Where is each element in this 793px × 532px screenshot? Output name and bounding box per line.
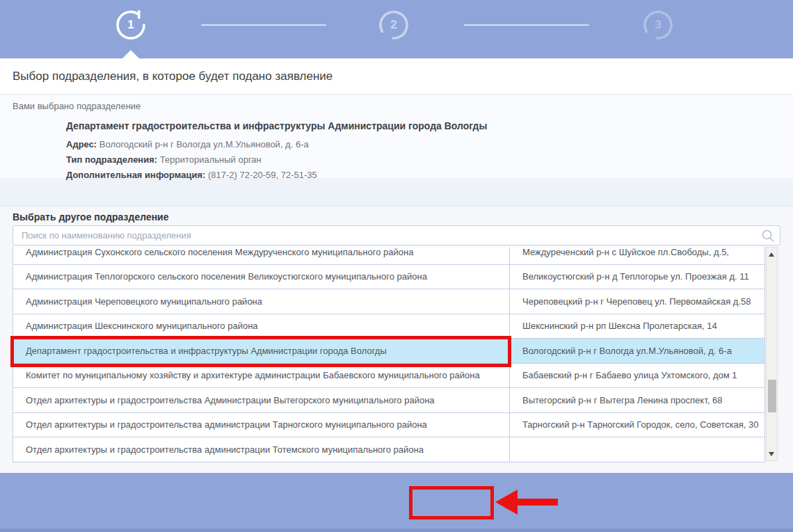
selected-intro-label: Вами выбрано подразделение	[13, 101, 141, 111]
title-band: Выбор подразделения, в которое будет под…	[0, 58, 793, 95]
subdivision-address-cell: Череповецкий р-н г Череповец ул. Первома…	[510, 289, 764, 314]
selected-address-line: Адрес: Вологодский р-н г Вологда ул.М.Ул…	[66, 139, 309, 150]
subdivision-row[interactable]: Комитет по муниципальному хозяйству и ар…	[13, 364, 764, 389]
magnifier-icon	[761, 229, 775, 243]
subdivision-address-cell: Великоустюгский р-н д Теплогорье ул. Про…	[510, 265, 764, 289]
scroll-down-button[interactable]	[767, 449, 777, 459]
type-value: Территориальный орган	[160, 154, 262, 165]
subdivision-address-cell: Бабаевский р-н г Бабаево улица Ухтомског…	[510, 364, 764, 388]
subdivision-name-cell: Комитет по муниципальному хозяйству и ар…	[13, 364, 510, 388]
address-value: Вологодский р-н г Вологда ул.М.Ульяновой…	[99, 139, 309, 150]
subdivision-address-cell: Тарногский р-н Тарногский Городок, село,…	[510, 413, 764, 437]
step-connector-line	[464, 24, 589, 26]
step-indicator-3: 3	[642, 9, 674, 41]
choose-other-subdivision-heading: Выбрать другое подразделение	[13, 211, 169, 223]
subdivision-row[interactable]: Отдел архитектуры и градостроительства А…	[13, 388, 764, 413]
subdivision-name-cell: Администрация Череповецкого муниципально…	[13, 289, 510, 314]
subdivision-address-cell	[510, 437, 764, 462]
step-number: 1	[115, 9, 147, 41]
subdivision-row[interactable]: Отдел архитектуры и градостроительства а…	[13, 413, 764, 438]
step-indicator-2: 2	[378, 9, 410, 41]
subdivision-row[interactable]: Администрация Шекснинского муниципальног…	[13, 314, 764, 339]
address-label: Адрес:	[66, 139, 97, 150]
subdivision-row[interactable]: Администрация Теплогорского сельского по…	[13, 265, 764, 290]
arrow-down-icon	[769, 452, 774, 456]
scrollbar-thumb[interactable]	[768, 380, 776, 412]
page-title: Выбор подразделения, в которое будет под…	[13, 58, 333, 95]
selected-subdivision-name: Департамент градостроительства и инфраст…	[66, 120, 487, 131]
subdivision-name-cell: Администрация Теплогорского сельского по…	[13, 265, 510, 289]
stepper-header: 1 2 3	[0, 0, 793, 58]
vertical-scrollbar[interactable]	[766, 247, 778, 461]
active-step-pointer	[122, 50, 139, 58]
subdivision-list: Администрация Сухонского сельского посел…	[13, 247, 765, 462]
step-number: 2	[378, 9, 410, 41]
step-indicator-1: 1	[115, 9, 147, 41]
subdivision-address-cell: Шекснинский р-н рп Шексна Пролетарская, …	[510, 314, 764, 339]
type-label: Тип подразделения:	[66, 154, 157, 165]
footer-bar: Назад Далее	[0, 473, 793, 532]
subdivision-name-cell: Отдел архитектуры и градостроительства а…	[13, 437, 510, 462]
subdivision-name-cell: Департамент градостроительства и инфраст…	[13, 339, 510, 363]
subdivision-name-cell: Администрация Сухонского сельского посел…	[13, 247, 510, 264]
scroll-up-button[interactable]	[767, 249, 777, 259]
subdivision-row[interactable]: Администрация Череповецкого муниципально…	[13, 289, 764, 314]
subdivision-address-cell: Междуреченский р-н с Шуйское пл.Свободы,…	[510, 247, 764, 264]
subdivision-name-cell: Отдел архитектуры и градостроительства А…	[13, 388, 510, 412]
section-divider-band	[0, 180, 793, 207]
step-connector-line	[201, 24, 326, 26]
subdivision-row[interactable]: Отдел архитектуры и градостроительства а…	[13, 437, 764, 462]
subdivision-list-body: Администрация Сухонского сельского посел…	[13, 247, 764, 462]
selected-type-line: Тип подразделения: Территориальный орган	[66, 154, 262, 165]
extra-info-value: (817-2) 72-20-59, 72-51-35	[208, 170, 317, 180]
selected-subdivision-panel: Вами выбрано подразделение Департамент г…	[0, 95, 793, 179]
extra-info-label: Дополнительная информация:	[66, 170, 205, 180]
selected-extra-line: Дополнительная информация: (817-2) 72-20…	[66, 170, 317, 180]
subdivision-address-cell: Вологодский р-н г Вологда ул.М.Ульяновой…	[510, 339, 764, 363]
subdivision-row[interactable]: Департамент градостроительства и инфраст…	[13, 339, 764, 364]
subdivision-name-cell: Администрация Шекснинского муниципальног…	[13, 314, 510, 339]
subdivision-row[interactable]: Администрация Сухонского сельского посел…	[13, 247, 764, 265]
subdivision-address-cell: Вытегорский р-н г Вытегра Ленина проспек…	[510, 388, 764, 412]
arrow-up-icon	[769, 252, 774, 257]
subdivision-search-input[interactable]	[13, 225, 780, 245]
step-number: 3	[642, 9, 674, 41]
wizard-page: 1 2 3 Выбор подразделения, в которое буд…	[0, 0, 793, 532]
subdivision-name-cell: Отдел архитектуры и градостроительства а…	[13, 413, 510, 437]
